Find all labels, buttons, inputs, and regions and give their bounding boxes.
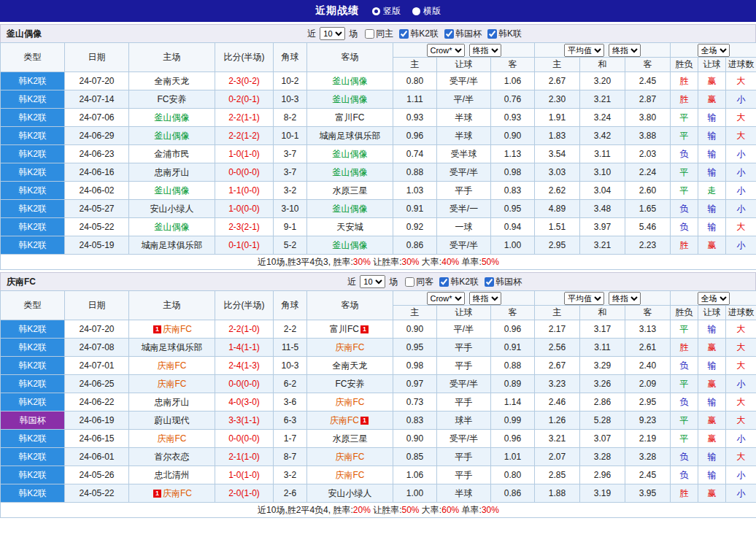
handicap-result-cell: 赢 — [698, 484, 726, 503]
handicap-result-cell: 输 — [698, 357, 726, 375]
home-team-name: 首尔衣恋 — [155, 452, 190, 462]
away-team-name: 庆南FC — [336, 397, 365, 407]
asia-away-odds-cell: 0.91 — [491, 339, 535, 357]
home-team-cell: 庆南FC — [129, 375, 215, 393]
euro-draw-odds-cell: 3.19 — [580, 484, 625, 503]
home-team-name: 蔚山现代 — [155, 415, 190, 425]
scope-select[interactable]: 全场 — [698, 44, 730, 57]
score-cell: 2-1(1-0) — [215, 448, 274, 466]
euro-source-select[interactable]: 平均值 — [564, 44, 604, 57]
asia-away-odds-cell: 0.96 — [491, 320, 535, 339]
checkbox-input[interactable] — [485, 277, 494, 287]
summary-text: 让胜率: — [371, 505, 402, 515]
column-subheader: 让球 — [437, 58, 491, 72]
radio-selected-icon[interactable] — [372, 7, 380, 15]
filter-checkbox[interactable]: 同主 — [365, 28, 393, 40]
layout-option[interactable]: 竖版 — [372, 5, 401, 18]
date-cell: 24-07-14 — [65, 90, 129, 109]
asia-away-odds-cell: 0.95 — [491, 200, 535, 218]
corner-cell: 3-7 — [274, 145, 307, 163]
date-cell: 24-05-26 — [65, 466, 129, 484]
checkbox-label: 韩国杯 — [455, 28, 482, 40]
asia-source-select[interactable]: Crow* — [427, 44, 465, 57]
column-subheader: 进球数 — [726, 306, 756, 320]
home-team-cell: FC安养 — [129, 90, 215, 109]
league-cell: 韩K2联 — [1, 357, 65, 375]
euro-away-odds-cell: 2.23 — [625, 236, 671, 255]
away-team-name: 富川FC — [336, 112, 365, 123]
match-row: 韩K2联24-07-201庆南FC2-2(1-0)2-2富川FC10.90平/半… — [1, 320, 756, 339]
handicap-result-cell: 赢 — [698, 72, 726, 90]
corner-cell: 3-6 — [274, 393, 307, 412]
recent-label: 近 — [307, 28, 316, 40]
checkbox-input[interactable] — [444, 29, 454, 39]
layout-radio-group: 竖版横版 — [372, 5, 441, 18]
euro-draw-odds-cell: 3.97 — [580, 218, 625, 236]
date-cell: 24-05-22 — [65, 218, 129, 236]
checkbox-input[interactable] — [399, 29, 409, 39]
home-team-name: 庆南FC — [163, 324, 192, 334]
recent-count-select[interactable]: 10 — [360, 275, 385, 288]
league-cell: 韩K2联 — [1, 430, 65, 448]
date-cell: 24-06-15 — [65, 430, 129, 448]
recent-count-select[interactable]: 10 — [320, 27, 345, 40]
filter-checkbox[interactable]: 韩国杯 — [444, 28, 482, 40]
filter-checkbox[interactable]: 韩K联 — [487, 28, 522, 40]
summary-text: 近10场,胜2平4负4, 胜率: — [258, 505, 353, 515]
match-row: 韩K2联24-06-22忠南牙山4-0(3-0)3-6庆南FC0.73平手1.1… — [1, 393, 756, 412]
away-team-name: 全南天龙 — [333, 360, 368, 371]
filter-checkbox[interactable]: 韩K2联 — [399, 28, 439, 40]
radio-unselected-icon[interactable] — [412, 7, 420, 15]
result-cell: 负 — [671, 448, 698, 466]
corner-cell: 2-6 — [274, 484, 307, 503]
checkbox-input[interactable] — [487, 29, 497, 39]
checkbox-label: 韩K联 — [498, 28, 522, 40]
euro-type-select[interactable]: 终指 — [609, 44, 641, 57]
euro-draw-odds-cell: 2.86 — [580, 393, 625, 412]
checkbox-input[interactable] — [405, 277, 414, 287]
match-row: 韩K2联24-06-29釜山偶像2-2(1-2)10-1城南足球俱乐部0.96半… — [1, 127, 756, 145]
home-team-name: 忠南牙山 — [155, 167, 190, 177]
corner-cell: 3-10 — [274, 200, 307, 218]
asia-type-select[interactable]: 终指 — [469, 44, 501, 57]
home-team-cell: 庆南FC — [129, 357, 215, 375]
layout-option[interactable]: 横版 — [412, 5, 441, 18]
filter-checkbox[interactable]: 韩国杯 — [485, 276, 522, 288]
asia-home-odds-cell: 0.90 — [393, 430, 437, 448]
asia-home-odds-cell: 0.93 — [393, 109, 437, 127]
asia-home-odds-cell: 0.95 — [393, 339, 437, 357]
summary-text: 单率: — [459, 257, 482, 267]
home-team-cell: 金浦市民 — [129, 145, 215, 163]
asia-type-select[interactable]: 终指 — [469, 292, 501, 305]
checkbox-input[interactable] — [439, 277, 449, 287]
checkbox-input[interactable] — [365, 29, 374, 39]
league-cell: 韩K2联 — [1, 90, 65, 109]
euro-home-odds-cell: 1.51 — [535, 218, 580, 236]
euro-draw-odds-cell: 3.11 — [580, 145, 625, 163]
euro-source-select[interactable]: 平均值 — [564, 292, 604, 305]
asia-away-odds-cell: 1.14 — [491, 393, 535, 412]
column-header: 日期 — [65, 291, 129, 320]
checkbox-label: 韩K2联 — [410, 28, 439, 40]
euro-away-odds-cell: 2.60 — [625, 182, 671, 200]
home-team-name: 城南足球俱乐部 — [142, 342, 203, 352]
score-cell: 0-0(0-0) — [215, 430, 274, 448]
asia-home-odds-cell: 0.86 — [393, 236, 437, 255]
date-cell: 24-07-08 — [65, 339, 129, 357]
result-cell: 平 — [671, 182, 698, 200]
away-team-cell: 水原三星 — [307, 430, 393, 448]
filter-checkbox[interactable]: 韩K2联 — [439, 276, 479, 288]
asia-home-odds-cell: 0.83 — [393, 412, 437, 430]
scope-select[interactable]: 全场 — [698, 292, 730, 305]
asia-source-select[interactable]: Crow* — [427, 292, 465, 305]
goals-result-cell: 小 — [726, 466, 756, 484]
euro-draw-odds-cell: 3.07 — [580, 430, 625, 448]
euro-type-select[interactable]: 终指 — [609, 292, 641, 305]
goals-result-cell: 小 — [726, 236, 756, 255]
league-cell: 韩K2联 — [1, 145, 65, 163]
result-cell: 负 — [671, 200, 698, 218]
home-team-name: 金浦市民 — [155, 149, 190, 159]
filter-checkbox[interactable]: 同客 — [405, 276, 433, 288]
away-team-cell: 釜山偶像 — [307, 236, 393, 255]
column-header: 日期 — [65, 43, 129, 72]
